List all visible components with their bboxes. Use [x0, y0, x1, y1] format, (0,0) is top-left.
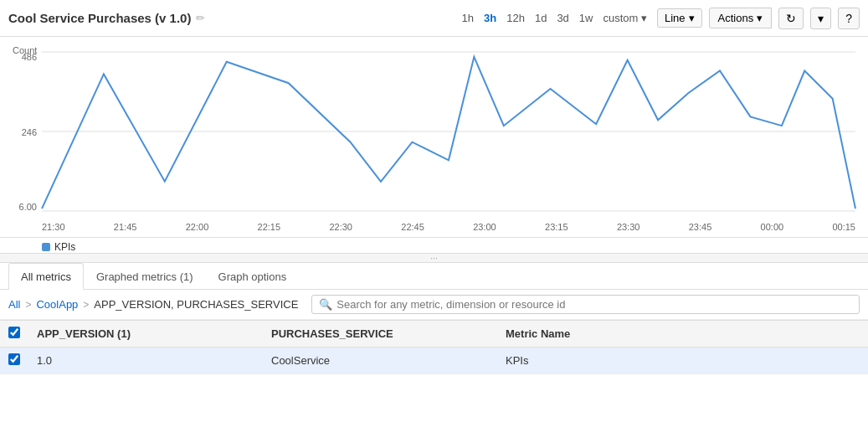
col-header-service: PURCHASES_SERVICE — [263, 321, 497, 348]
search-input[interactable] — [336, 298, 852, 311]
row-version-value: 1.0 — [37, 354, 52, 367]
title-area: Cool Service Purchases (v 1.0) ✏ — [8, 11, 452, 25]
refresh-button[interactable]: ↻ — [778, 8, 804, 29]
time-btn-1w[interactable]: 1w — [576, 10, 597, 26]
col-header-service-label: PURCHASES_SERVICE — [271, 327, 393, 340]
breadcrumb-all[interactable]: All — [8, 298, 20, 311]
breadcrumb-sep-2: > — [83, 299, 89, 311]
metrics-table: APP_VERSION (1) PURCHASES_SERVICE Metric… — [0, 320, 868, 374]
resize-dots: ··· — [430, 254, 437, 263]
col-header-version-label: APP_VERSION (1) — [37, 327, 131, 340]
chart-type-dropdown[interactable]: Line ▾ — [657, 8, 702, 28]
tabs-bar: All metrics Graphed metrics (1) Graph op… — [0, 263, 868, 290]
time-btn-custom[interactable]: custom ▾ — [599, 10, 650, 26]
breadcrumb-coolapp[interactable]: CoolApp — [36, 298, 78, 311]
y-label-mid: 246 — [22, 127, 37, 137]
breadcrumb-row: All > CoolApp > APP_VERSION, PURCHASES_S… — [0, 290, 868, 320]
search-icon: 🔍 — [319, 298, 332, 311]
chart-container: Count 486 246 6.00 21:30 21:45 22:00 22:… — [0, 37, 868, 238]
row-version-cell: 1.0 — [28, 348, 263, 374]
row-checkbox[interactable] — [8, 353, 20, 365]
actions-label: Actions — [718, 12, 754, 24]
resize-handle[interactable]: ··· — [0, 253, 868, 263]
chart-y-labels: 486 246 6.00 — [0, 52, 40, 212]
tab-graphed-metrics[interactable]: Graphed metrics (1) — [84, 263, 206, 290]
time-btn-3d[interactable]: 3d — [553, 10, 572, 26]
time-btn-1d[interactable]: 1d — [532, 10, 550, 26]
x-label-2: 22:00 — [186, 222, 209, 232]
chart-type-chevron: ▾ — [689, 12, 695, 24]
refresh-icon: ↻ — [786, 12, 796, 25]
row-service-value: CoolService — [271, 354, 330, 367]
legend-label: KPIs — [54, 241, 75, 253]
tab-graphed-metrics-label: Graphed metrics (1) — [96, 270, 193, 283]
help-button[interactable]: ? — [838, 8, 860, 29]
edit-icon[interactable]: ✏ — [196, 12, 205, 24]
chart-x-labels: 21:30 21:45 22:00 22:15 22:30 22:45 23:0… — [42, 222, 855, 232]
col-header-version: APP_VERSION (1) — [28, 321, 263, 348]
actions-button[interactable]: Actions ▾ — [709, 8, 773, 28]
col-header-check — [0, 321, 28, 348]
y-label-high: 486 — [22, 52, 37, 62]
table-row: 1.0 CoolService KPIs — [0, 348, 868, 374]
x-label-8: 23:30 — [617, 222, 640, 232]
chart-legend: KPIs — [0, 238, 868, 253]
tab-all-metrics[interactable]: All metrics — [8, 263, 84, 290]
x-label-3: 22:15 — [258, 222, 281, 232]
x-label-7: 23:15 — [545, 222, 568, 232]
breadcrumb-current: APP_VERSION, PURCHASES_SERVICE — [94, 298, 298, 311]
time-btn-3h[interactable]: 3h — [480, 10, 500, 26]
dropdown-extra-button[interactable]: ▾ — [810, 8, 831, 29]
x-label-0: 21:30 — [42, 222, 65, 232]
col-header-metric-label: Metric Name — [506, 327, 570, 340]
metric-search-box[interactable]: 🔍 — [311, 295, 860, 314]
page-title: Cool Service Purchases (v 1.0) — [8, 11, 191, 25]
row-service-cell: CoolService — [263, 348, 497, 374]
chart-svg-area — [42, 52, 855, 212]
x-label-1: 21:45 — [114, 222, 137, 232]
breadcrumb-sep-1: > — [25, 299, 31, 311]
help-icon: ? — [845, 12, 852, 25]
toolbar: Cool Service Purchases (v 1.0) ✏ 1h 3h 1… — [0, 0, 868, 37]
time-buttons: 1h 3h 12h 1d 3d 1w custom ▾ — [459, 10, 650, 26]
select-all-checkbox[interactable] — [8, 327, 20, 338]
row-metric-cell: KPIs — [497, 348, 868, 374]
x-label-10: 00:00 — [761, 222, 784, 232]
x-label-9: 23:45 — [689, 222, 712, 232]
y-label-low: 6.00 — [19, 202, 37, 212]
row-check-cell — [0, 348, 28, 374]
x-label-11: 00:15 — [832, 222, 855, 232]
time-btn-1h[interactable]: 1h — [459, 10, 477, 26]
row-metric-value: KPIs — [506, 354, 528, 367]
x-label-5: 22:45 — [401, 222, 424, 232]
x-label-4: 22:30 — [329, 222, 352, 232]
actions-chevron: ▾ — [757, 12, 763, 24]
col-header-metric: Metric Name — [497, 321, 868, 348]
tab-graph-options-label: Graph options — [218, 270, 287, 283]
tab-all-metrics-label: All metrics — [21, 270, 71, 283]
legend-color-dot — [42, 243, 50, 251]
chart-type-label: Line — [665, 12, 686, 24]
table-header-row: APP_VERSION (1) PURCHASES_SERVICE Metric… — [0, 321, 868, 348]
dropdown-extra-icon: ▾ — [818, 12, 824, 25]
actions-button-group: Actions ▾ — [709, 8, 773, 28]
time-btn-12h[interactable]: 12h — [503, 10, 528, 26]
x-label-6: 23:00 — [473, 222, 496, 232]
tab-graph-options[interactable]: Graph options — [206, 263, 300, 290]
